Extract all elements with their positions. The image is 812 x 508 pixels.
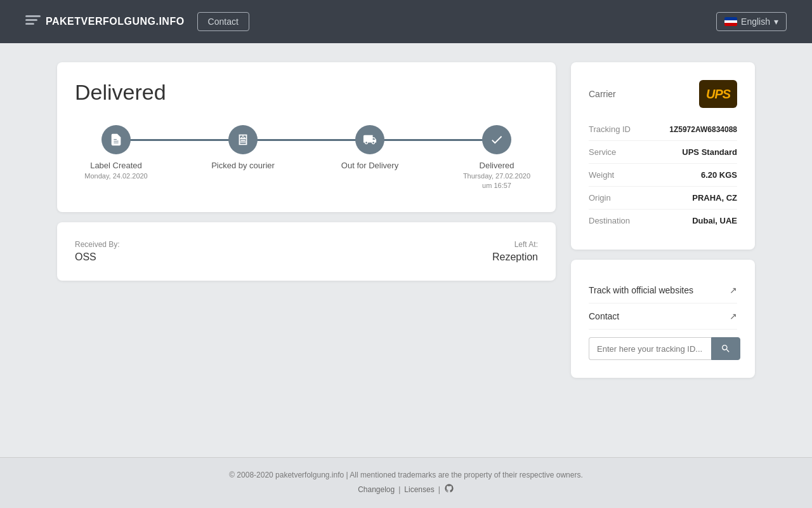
- handshake-icon: [236, 133, 250, 147]
- ups-logo-text: UPS: [706, 87, 730, 102]
- step-date-4: Thursday, 27.02.2020: [463, 172, 530, 180]
- footer-links: Changelog | Licenses |: [13, 483, 799, 495]
- step-label-created: Label Created Monday, 24.02.2020: [81, 125, 151, 180]
- chevron-down-icon: ▾: [774, 17, 778, 27]
- language-button[interactable]: English ▾: [716, 12, 787, 31]
- step-circle-label-created: [102, 125, 131, 154]
- destination-label: Destination: [589, 216, 630, 225]
- external-link-icon-contact: ↗: [730, 311, 737, 321]
- weight-value: 6.20 KGS: [701, 170, 737, 180]
- step-circle-picked: [228, 125, 258, 154]
- changelog-link[interactable]: Changelog: [358, 485, 395, 494]
- brand-name: PAKETVERFOLGUNG.INFO: [46, 16, 185, 27]
- left-at-label: Left At:: [492, 240, 538, 249]
- step-label-text-1: Label Created: [90, 161, 142, 170]
- links-card: Track with official websites ↗ Contact ↗: [571, 260, 755, 378]
- licenses-link[interactable]: Licenses: [404, 485, 434, 494]
- tracking-id-value: 1Z5972AW6834088: [669, 125, 737, 134]
- step-date-1: Monday, 24.02.2020: [84, 172, 147, 180]
- tracking-id-label: Tracking ID: [589, 124, 631, 134]
- tracking-id-row: Tracking ID 1Z5972AW6834088: [589, 118, 737, 141]
- carrier-row: Carrier UPS: [589, 80, 737, 108]
- step-label-text-2: Picked by courier: [211, 161, 275, 170]
- tracker-line: [107, 139, 506, 141]
- truck-icon: [363, 133, 377, 147]
- destination-value: Dubai, UAE: [692, 216, 737, 225]
- github-link[interactable]: [444, 483, 454, 495]
- step-circle-delivery: [355, 125, 384, 154]
- step-label-text-3: Out for Delivery: [341, 161, 398, 170]
- check-icon: [490, 133, 504, 147]
- footer-copyright: © 2008-2020 paketverfolgung.info | All m…: [13, 471, 799, 479]
- external-link-icon-track: ↗: [730, 285, 737, 295]
- progress-tracker: Label Created Monday, 24.02.2020 Picked …: [75, 125, 538, 189]
- weight-row: Weight 6.20 KGS: [589, 164, 737, 187]
- navbar-left: PAKETVERFOLGUNG.INFO Contact: [25, 12, 249, 31]
- left-at: Left At: Rezeption: [492, 240, 538, 263]
- track-official-row[interactable]: Track with official websites ↗: [589, 277, 737, 304]
- status-title: Delivered: [75, 80, 538, 105]
- step-date-4b: um 16:57: [482, 182, 511, 189]
- flag-icon: [724, 17, 737, 26]
- origin-label: Origin: [589, 193, 611, 203]
- search-icon: [721, 344, 731, 354]
- service-label: Service: [589, 147, 616, 157]
- step-circle-delivered: [482, 125, 511, 154]
- left-at-value: Rezeption: [492, 251, 538, 262]
- navbar: PAKETVERFOLGUNG.INFO Contact English ▾: [0, 0, 812, 43]
- document-icon: [109, 133, 123, 147]
- contact-button[interactable]: Contact: [197, 12, 249, 31]
- destination-row: Destination Dubai, UAE: [589, 210, 737, 232]
- status-card: Delivered Label Created Monday, 24.02.20…: [57, 62, 556, 212]
- received-by-value: OSS: [75, 251, 96, 262]
- tracking-search-input[interactable]: [589, 337, 711, 360]
- brand-icon: [25, 15, 41, 28]
- delivery-info-card: Received By: OSS Left At: Rezeption: [57, 222, 556, 281]
- language-label: English: [741, 17, 770, 27]
- received-by-label: Received By:: [75, 240, 120, 249]
- contact-label: Contact: [589, 311, 619, 321]
- service-value: UPS Standard: [682, 147, 737, 157]
- carrier-card: Carrier UPS Tracking ID 1Z5972AW6834088 …: [571, 62, 755, 250]
- origin-value: PRAHA, CZ: [692, 193, 737, 203]
- carrier-label: Carrier: [589, 89, 616, 99]
- track-official-label: Track with official websites: [589, 285, 693, 295]
- footer-separator-1: |: [398, 485, 400, 494]
- footer: © 2008-2020 paketverfolgung.info | All m…: [0, 457, 812, 508]
- step-label-text-4: Delivered: [480, 161, 514, 170]
- navbar-brand: PAKETVERFOLGUNG.INFO: [25, 15, 185, 28]
- step-picked-by-courier: Picked by courier: [208, 125, 278, 172]
- weight-label: Weight: [589, 170, 614, 180]
- service-row: Service UPS Standard: [589, 141, 737, 164]
- contact-row[interactable]: Contact ↗: [589, 304, 737, 330]
- ups-logo: UPS: [699, 80, 737, 108]
- search-row: [589, 337, 737, 360]
- received-by: Received By: OSS: [75, 240, 120, 263]
- github-icon: [444, 483, 454, 493]
- step-out-for-delivery: Out for Delivery: [335, 125, 405, 172]
- right-column: Carrier UPS Tracking ID 1Z5972AW6834088 …: [571, 62, 755, 378]
- step-delivered: Delivered Thursday, 27.02.2020 um 16:57: [462, 125, 532, 189]
- search-button[interactable]: [711, 337, 740, 360]
- delivery-info: Received By: OSS Left At: Rezeption: [75, 240, 538, 263]
- main-wrapper: Delivered Label Created Monday, 24.02.20…: [0, 43, 812, 457]
- origin-row: Origin PRAHA, CZ: [589, 187, 737, 210]
- footer-separator-2: |: [438, 485, 440, 494]
- left-column: Delivered Label Created Monday, 24.02.20…: [57, 62, 556, 281]
- main-container: Delivered Label Created Monday, 24.02.20…: [44, 62, 768, 378]
